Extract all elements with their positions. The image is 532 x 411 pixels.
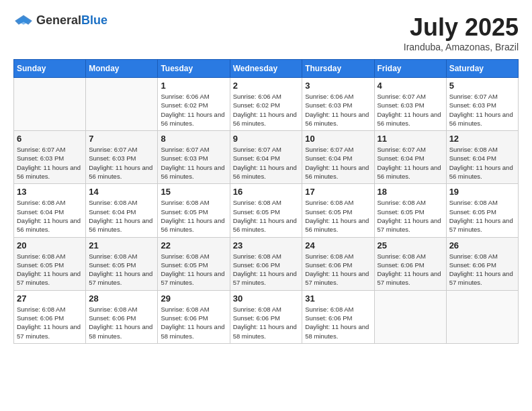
day-number: 19 bbox=[449, 187, 515, 197]
logo: General Blue bbox=[13, 13, 107, 28]
calendar-cell: 20Sunrise: 6:08 AM Sunset: 6:05 PM Dayli… bbox=[14, 237, 86, 290]
week-row-5: 27Sunrise: 6:08 AM Sunset: 6:06 PM Dayli… bbox=[14, 290, 519, 343]
day-number: 13 bbox=[17, 187, 83, 197]
calendar-cell: 9Sunrise: 6:07 AM Sunset: 6:04 PM Daylig… bbox=[230, 131, 302, 184]
day-number: 6 bbox=[17, 134, 83, 144]
calendar-cell bbox=[86, 78, 158, 131]
day-info: Sunrise: 6:08 AM Sunset: 6:06 PM Dayligh… bbox=[305, 305, 371, 340]
calendar-cell bbox=[374, 290, 446, 343]
calendar-cell: 31Sunrise: 6:08 AM Sunset: 6:06 PM Dayli… bbox=[302, 290, 374, 343]
day-info: Sunrise: 6:07 AM Sunset: 6:03 PM Dayligh… bbox=[89, 145, 154, 181]
day-number: 31 bbox=[305, 293, 371, 304]
calendar-cell: 17Sunrise: 6:08 AM Sunset: 6:05 PM Dayli… bbox=[302, 184, 374, 237]
day-info: Sunrise: 6:08 AM Sunset: 6:05 PM Dayligh… bbox=[161, 198, 226, 234]
day-number: 5 bbox=[449, 81, 515, 91]
day-number: 30 bbox=[233, 293, 300, 304]
calendar-cell: 25Sunrise: 6:08 AM Sunset: 6:06 PM Dayli… bbox=[374, 237, 446, 290]
day-info: Sunrise: 6:08 AM Sunset: 6:05 PM Dayligh… bbox=[161, 252, 226, 287]
calendar-cell: 30Sunrise: 6:08 AM Sunset: 6:06 PM Dayli… bbox=[230, 290, 302, 343]
day-number: 26 bbox=[449, 240, 515, 250]
weekday-header-wednesday: Wednesday bbox=[230, 60, 302, 78]
calendar-cell: 4Sunrise: 6:07 AM Sunset: 6:03 PM Daylig… bbox=[374, 78, 446, 131]
day-number: 24 bbox=[305, 240, 371, 250]
calendar-table: SundayMondayTuesdayWednesdayThursdayFrid… bbox=[13, 59, 519, 344]
day-number: 27 bbox=[17, 293, 83, 304]
logo-text-general: General bbox=[36, 13, 81, 28]
weekday-header-monday: Monday bbox=[86, 60, 158, 78]
day-info: Sunrise: 6:08 AM Sunset: 6:06 PM Dayligh… bbox=[449, 252, 515, 287]
calendar-cell: 23Sunrise: 6:08 AM Sunset: 6:06 PM Dayli… bbox=[230, 237, 302, 290]
day-info: Sunrise: 6:07 AM Sunset: 6:03 PM Dayligh… bbox=[17, 145, 83, 181]
calendar-cell: 24Sunrise: 6:08 AM Sunset: 6:06 PM Dayli… bbox=[302, 237, 374, 290]
calendar-cell: 26Sunrise: 6:08 AM Sunset: 6:06 PM Dayli… bbox=[446, 237, 518, 290]
calendar-cell: 28Sunrise: 6:08 AM Sunset: 6:06 PM Dayli… bbox=[86, 290, 158, 343]
calendar-cell: 6Sunrise: 6:07 AM Sunset: 6:03 PM Daylig… bbox=[14, 131, 86, 184]
calendar-cell: 27Sunrise: 6:08 AM Sunset: 6:06 PM Dayli… bbox=[14, 290, 86, 343]
day-info: Sunrise: 6:08 AM Sunset: 6:06 PM Dayligh… bbox=[305, 252, 371, 287]
calendar-cell: 10Sunrise: 6:07 AM Sunset: 6:04 PM Dayli… bbox=[302, 131, 374, 184]
day-number: 4 bbox=[378, 81, 443, 91]
day-number: 3 bbox=[305, 81, 371, 91]
calendar-cell: 11Sunrise: 6:07 AM Sunset: 6:04 PM Dayli… bbox=[374, 131, 446, 184]
day-info: Sunrise: 6:08 AM Sunset: 6:06 PM Dayligh… bbox=[378, 252, 443, 287]
calendar-cell: 5Sunrise: 6:07 AM Sunset: 6:03 PM Daylig… bbox=[446, 78, 518, 131]
day-number: 20 bbox=[17, 240, 83, 250]
day-info: Sunrise: 6:08 AM Sunset: 6:06 PM Dayligh… bbox=[233, 305, 300, 340]
day-number: 28 bbox=[89, 293, 154, 304]
day-info: Sunrise: 6:07 AM Sunset: 6:04 PM Dayligh… bbox=[305, 145, 371, 181]
weekday-header-row: SundayMondayTuesdayWednesdayThursdayFrid… bbox=[14, 60, 519, 78]
calendar-cell: 3Sunrise: 6:06 AM Sunset: 6:03 PM Daylig… bbox=[302, 78, 374, 131]
calendar-cell: 12Sunrise: 6:08 AM Sunset: 6:04 PM Dayli… bbox=[446, 131, 518, 184]
day-number: 23 bbox=[233, 240, 300, 250]
day-number: 12 bbox=[449, 134, 515, 144]
calendar-cell: 7Sunrise: 6:07 AM Sunset: 6:03 PM Daylig… bbox=[86, 131, 158, 184]
week-row-1: 1Sunrise: 6:06 AM Sunset: 6:02 PM Daylig… bbox=[14, 78, 519, 131]
day-number: 15 bbox=[161, 187, 226, 197]
day-number: 16 bbox=[233, 187, 300, 197]
location: Iranduba, Amazonas, Brazil bbox=[404, 42, 519, 52]
calendar-cell: 16Sunrise: 6:08 AM Sunset: 6:05 PM Dayli… bbox=[230, 184, 302, 237]
day-info: Sunrise: 6:08 AM Sunset: 6:05 PM Dayligh… bbox=[305, 198, 371, 234]
title-block: July 2025 Iranduba, Amazonas, Brazil bbox=[404, 13, 519, 52]
day-info: Sunrise: 6:07 AM Sunset: 6:04 PM Dayligh… bbox=[233, 145, 300, 181]
day-info: Sunrise: 6:07 AM Sunset: 6:04 PM Dayligh… bbox=[378, 145, 443, 181]
calendar-cell: 21Sunrise: 6:08 AM Sunset: 6:05 PM Dayli… bbox=[86, 237, 158, 290]
day-info: Sunrise: 6:08 AM Sunset: 6:06 PM Dayligh… bbox=[17, 305, 83, 340]
calendar-cell: 14Sunrise: 6:08 AM Sunset: 6:04 PM Dayli… bbox=[86, 184, 158, 237]
day-number: 29 bbox=[161, 293, 226, 304]
calendar-cell: 1Sunrise: 6:06 AM Sunset: 6:02 PM Daylig… bbox=[158, 78, 230, 131]
calendar-cell: 18Sunrise: 6:08 AM Sunset: 6:05 PM Dayli… bbox=[374, 184, 446, 237]
day-info: Sunrise: 6:08 AM Sunset: 6:05 PM Dayligh… bbox=[233, 198, 300, 234]
day-info: Sunrise: 6:06 AM Sunset: 6:02 PM Dayligh… bbox=[161, 92, 226, 128]
day-info: Sunrise: 6:08 AM Sunset: 6:04 PM Dayligh… bbox=[89, 198, 154, 234]
day-number: 22 bbox=[161, 240, 226, 250]
page-header: General Blue July 2025 Iranduba, Amazona… bbox=[13, 13, 519, 52]
day-number: 10 bbox=[305, 134, 371, 144]
day-info: Sunrise: 6:08 AM Sunset: 6:05 PM Dayligh… bbox=[449, 198, 515, 234]
day-info: Sunrise: 6:06 AM Sunset: 6:02 PM Dayligh… bbox=[233, 92, 300, 128]
calendar-cell: 29Sunrise: 6:08 AM Sunset: 6:06 PM Dayli… bbox=[158, 290, 230, 343]
day-info: Sunrise: 6:08 AM Sunset: 6:06 PM Dayligh… bbox=[233, 252, 300, 287]
weekday-header-friday: Friday bbox=[374, 60, 446, 78]
day-info: Sunrise: 6:08 AM Sunset: 6:05 PM Dayligh… bbox=[17, 252, 83, 287]
week-row-4: 20Sunrise: 6:08 AM Sunset: 6:05 PM Dayli… bbox=[14, 237, 519, 290]
day-number: 9 bbox=[233, 134, 300, 144]
day-info: Sunrise: 6:08 AM Sunset: 6:05 PM Dayligh… bbox=[89, 252, 154, 287]
calendar-cell: 2Sunrise: 6:06 AM Sunset: 6:02 PM Daylig… bbox=[230, 78, 302, 131]
day-info: Sunrise: 6:08 AM Sunset: 6:04 PM Dayligh… bbox=[17, 198, 83, 234]
day-number: 18 bbox=[378, 187, 443, 197]
day-number: 1 bbox=[161, 81, 226, 91]
weekday-header-tuesday: Tuesday bbox=[158, 60, 230, 78]
calendar-cell bbox=[14, 78, 86, 131]
week-row-3: 13Sunrise: 6:08 AM Sunset: 6:04 PM Dayli… bbox=[14, 184, 519, 237]
day-info: Sunrise: 6:07 AM Sunset: 6:03 PM Dayligh… bbox=[378, 92, 443, 128]
calendar-cell: 15Sunrise: 6:08 AM Sunset: 6:05 PM Dayli… bbox=[158, 184, 230, 237]
day-info: Sunrise: 6:08 AM Sunset: 6:06 PM Dayligh… bbox=[161, 305, 226, 340]
calendar-cell: 8Sunrise: 6:07 AM Sunset: 6:03 PM Daylig… bbox=[158, 131, 230, 184]
weekday-header-sunday: Sunday bbox=[14, 60, 86, 78]
day-info: Sunrise: 6:08 AM Sunset: 6:04 PM Dayligh… bbox=[449, 145, 515, 181]
calendar-cell: 13Sunrise: 6:08 AM Sunset: 6:04 PM Dayli… bbox=[14, 184, 86, 237]
day-number: 7 bbox=[89, 134, 154, 144]
day-info: Sunrise: 6:08 AM Sunset: 6:05 PM Dayligh… bbox=[378, 198, 443, 234]
logo-icon bbox=[13, 14, 34, 28]
